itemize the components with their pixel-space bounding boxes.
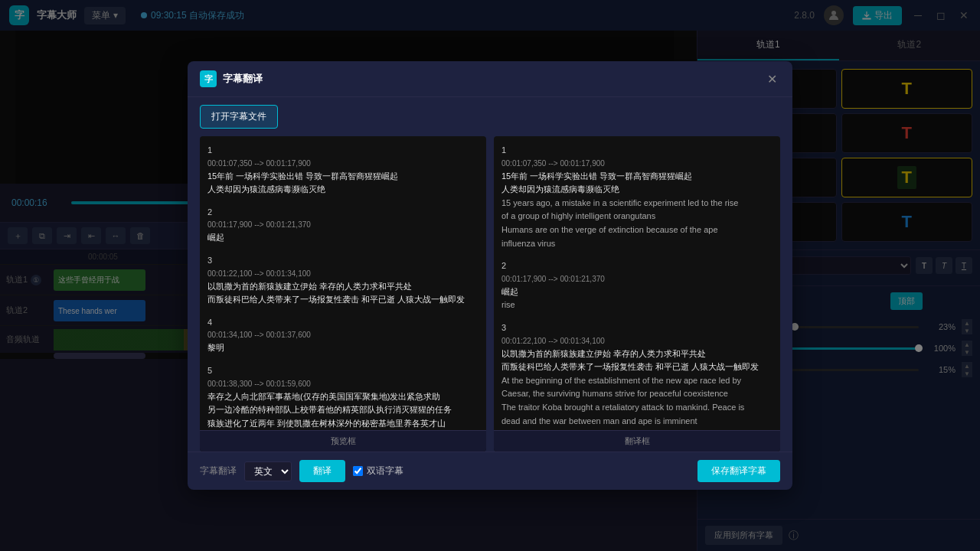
subtitle-block-3: 3 00:01:22,100 --> 00:01:34,100 以凯撒为首的新猿…: [207, 254, 479, 307]
bilingual-check: 双语字幕: [353, 465, 403, 478]
save-translate-button[interactable]: 保存翻译字幕: [697, 460, 780, 482]
dialog-footer: 字幕翻译 英文 中文 日文 翻译 双语字幕 保存翻译字幕: [188, 452, 792, 490]
translate-pane: 1 00:01:07,350 --> 00:01:17,900 15年前 一场科…: [494, 136, 780, 452]
translate-scroll[interactable]: 1 00:01:07,350 --> 00:01:17,900 15年前 一场科…: [494, 136, 780, 430]
subtitle-block-5: 5 00:01:38,300 --> 00:01:59,600 幸存之人向北部军…: [207, 364, 479, 430]
preview-label: 预览框: [200, 430, 486, 452]
dialog-title: 字幕翻译: [223, 72, 263, 86]
trans-block-2: 2 00:01:17,900 --> 00:01:21,370 崛起 rise: [501, 259, 773, 312]
preview-pane: 1 00:01:07,350 --> 00:01:17,900 15年前 一场科…: [200, 136, 486, 452]
translate-label: 翻译框: [494, 430, 780, 452]
translate-button[interactable]: 翻译: [299, 460, 345, 482]
subtitle-block-2: 2 00:01:17,900 --> 00:01:21,370 崛起: [207, 206, 479, 245]
open-file-button[interactable]: 打开字幕文件: [200, 105, 278, 129]
dialog-logo: 字: [200, 70, 217, 87]
dialog-header: 字 字幕翻译 ✕: [188, 61, 792, 97]
modal-overlay: 字 字幕翻译 ✕ 打开字幕文件 1 00:01:07,350 --> 00:01…: [0, 0, 980, 551]
lang-select[interactable]: 英文 中文 日文: [244, 461, 292, 481]
dialog-content: 1 00:01:07,350 --> 00:01:17,900 15年前 一场科…: [188, 136, 792, 452]
trans-block-1: 1 00:01:07,350 --> 00:01:17,900 15年前 一场科…: [501, 144, 773, 250]
translation-dialog: 字 字幕翻译 ✕ 打开字幕文件 1 00:01:07,350 --> 00:01…: [188, 61, 792, 490]
subtitle-block-4: 4 00:01:34,100 --> 00:01:37,600 黎明: [207, 316, 479, 355]
dialog-toolbar: 打开字幕文件: [188, 97, 792, 136]
bilingual-checkbox[interactable]: [353, 466, 363, 476]
preview-scroll[interactable]: 1 00:01:07,350 --> 00:01:17,900 15年前 一场科…: [200, 136, 486, 430]
subtitle-block-1: 1 00:01:07,350 --> 00:01:17,900 15年前 一场科…: [207, 144, 479, 197]
lang-label: 字幕翻译: [200, 465, 237, 478]
dialog-close-button[interactable]: ✕: [763, 70, 780, 87]
trans-block-3: 3 00:01:22,100 --> 00:01:34,100 以凯撒为首的新猿…: [501, 321, 773, 428]
